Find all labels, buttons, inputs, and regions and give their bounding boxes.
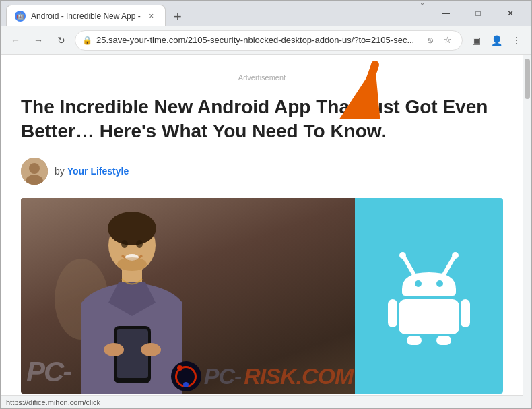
forward-button[interactable]: → xyxy=(29,31,48,50)
window-controls: — □ ✕ xyxy=(430,3,526,24)
tab-title: Android - Incredible New App - xyxy=(31,11,141,21)
menu-icon[interactable]: ⋮ xyxy=(507,31,526,50)
svg-point-14 xyxy=(141,343,161,356)
url-text: 25.save-your-time.com/2105-security-nblo… xyxy=(96,35,419,45)
close-button[interactable]: ✕ xyxy=(495,3,526,24)
svg-line-16 xyxy=(404,257,413,274)
arrow-container: Advertisement xyxy=(21,68,503,95)
address-actions: ⎋ ☆ xyxy=(423,33,455,48)
maximize-button[interactable]: □ xyxy=(463,3,494,24)
svg-point-20 xyxy=(415,280,422,287)
avatar-icon xyxy=(21,158,48,185)
new-tab-button[interactable]: + xyxy=(168,7,187,26)
page-inner: Advertisement The Incredible New Android… xyxy=(1,55,523,408)
image-left: PC- xyxy=(21,198,355,394)
toolbar: ← → ↻ 🔒 25.save-your-time.com/2105-secur… xyxy=(1,26,531,55)
svg-rect-26 xyxy=(436,336,451,345)
status-bar: https://difice.mihon.com/click xyxy=(1,395,523,408)
tab-close-button[interactable]: × xyxy=(146,11,157,22)
back-button[interactable]: ← xyxy=(6,31,25,50)
scroll-thumb[interactable] xyxy=(525,59,530,99)
svg-point-2 xyxy=(29,163,40,174)
svg-point-21 xyxy=(436,280,443,287)
svg-rect-24 xyxy=(461,299,470,327)
toolbar-icons: ▣ 👤 ⋮ xyxy=(467,31,526,50)
bookmark-icon[interactable]: ☆ xyxy=(440,33,455,48)
svg-point-6 xyxy=(108,212,156,245)
orange-arrow-icon xyxy=(328,58,382,119)
svg-point-8 xyxy=(136,240,143,248)
author-prefix: by xyxy=(55,166,65,177)
author-text: by Your Lifestyle xyxy=(55,166,129,177)
svg-point-18 xyxy=(399,252,406,259)
profile-icon[interactable]: 👤 xyxy=(487,31,506,50)
svg-point-13 xyxy=(104,343,124,356)
address-bar[interactable]: 🔒 25.save-your-time.com/2105-security-nb… xyxy=(75,30,463,51)
extensions-icon[interactable]: ▣ xyxy=(467,31,486,50)
status-url: https://difice.mihon.com/click xyxy=(6,398,100,406)
browser-window: ˅ Android - Incredible New App - × + — □… xyxy=(0,0,532,409)
minimize-button[interactable]: — xyxy=(430,3,461,24)
scrollbar[interactable] xyxy=(523,55,531,408)
author-area: by Your Lifestyle xyxy=(21,158,503,185)
svg-rect-23 xyxy=(388,299,397,327)
svg-point-7 xyxy=(121,240,128,248)
page-content: Advertisement The Incredible New Android… xyxy=(1,55,531,408)
chevron-icon: ˅ xyxy=(420,3,424,12)
svg-point-15 xyxy=(117,257,147,271)
svg-rect-22 xyxy=(399,299,459,334)
lock-icon: 🔒 xyxy=(82,36,92,45)
android-robot-icon xyxy=(385,245,473,346)
reload-button[interactable]: ↻ xyxy=(52,31,71,50)
svg-line-17 xyxy=(444,257,454,274)
advertisement-label: Advertisement xyxy=(21,68,503,82)
tab-favicon xyxy=(15,11,26,22)
author-name-link[interactable]: Your Lifestyle xyxy=(67,166,129,177)
author-avatar xyxy=(21,158,48,185)
active-tab[interactable]: Android - Incredible New App - × xyxy=(6,5,166,26)
svg-point-19 xyxy=(452,252,459,259)
article-image: PC- xyxy=(21,198,503,394)
article-title: The Incredible New Android App That Just… xyxy=(21,95,503,144)
title-bar: ˅ Android - Incredible New App - × + — □… xyxy=(1,1,531,26)
pc-watermark: PC- xyxy=(26,356,71,388)
tab-area: Android - Incredible New App - × + xyxy=(6,1,430,26)
image-right xyxy=(355,198,503,394)
svg-rect-25 xyxy=(407,336,422,345)
share-icon[interactable]: ⎋ xyxy=(423,33,438,48)
